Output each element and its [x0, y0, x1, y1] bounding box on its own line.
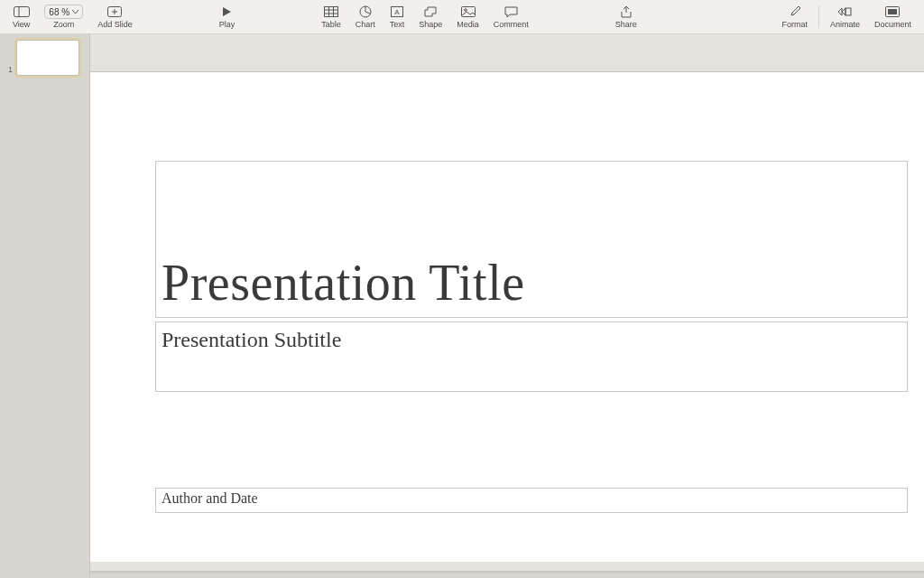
- canvas-bottom-band: [90, 562, 924, 571]
- plus-icon: [107, 5, 122, 19]
- workspace: 1 Presentation Title Presentation Subtit…: [0, 34, 924, 578]
- slide-navigator[interactable]: 1: [0, 34, 90, 578]
- svg-rect-15: [845, 8, 851, 15]
- table-icon: [324, 5, 338, 19]
- text-icon: A: [391, 5, 403, 19]
- chart-button[interactable]: Chart: [348, 0, 383, 33]
- add-slide-button[interactable]: Add Slide: [90, 0, 140, 33]
- toolbar: View 68 % Zoom Add Slide Play: [0, 0, 924, 34]
- chart-label: Chart: [356, 21, 375, 29]
- svg-rect-0: [14, 7, 29, 17]
- shape-icon: [424, 5, 437, 19]
- play-icon: [221, 5, 232, 19]
- zoom-control[interactable]: 68 % Zoom: [37, 0, 90, 33]
- title-placeholder[interactable]: Presentation Title: [155, 161, 908, 318]
- chart-icon: [359, 5, 372, 19]
- document-button[interactable]: Document: [867, 0, 919, 33]
- share-label: Share: [615, 21, 637, 29]
- animate-button[interactable]: Animate: [823, 0, 867, 33]
- format-button[interactable]: Format: [774, 0, 815, 33]
- canvas-top-band: [90, 34, 924, 72]
- add-slide-label: Add Slide: [97, 21, 133, 29]
- toolbar-divider: [818, 5, 819, 28]
- zoom-label: Zoom: [53, 21, 74, 29]
- table-label: Table: [321, 21, 341, 29]
- media-icon: [461, 5, 476, 19]
- slide-canvas[interactable]: Presentation Title Presentation Subtitle…: [90, 72, 924, 571]
- animate-icon: [837, 5, 852, 19]
- animate-label: Animate: [830, 21, 860, 29]
- table-button[interactable]: Table: [314, 0, 348, 33]
- share-button[interactable]: Share: [608, 0, 644, 33]
- zoom-value-box[interactable]: 68 %: [44, 5, 83, 19]
- text-label: Text: [390, 21, 405, 29]
- slide-thumbnail-1[interactable]: [16, 40, 79, 76]
- play-button[interactable]: Play: [212, 0, 243, 33]
- slide-number: 1: [5, 65, 13, 76]
- paintbrush-icon: [789, 5, 801, 19]
- share-icon: [620, 5, 633, 19]
- svg-text:A: A: [394, 8, 400, 16]
- canvas-area: Presentation Title Presentation Subtitle…: [90, 34, 924, 578]
- svg-rect-13: [461, 7, 475, 17]
- title-text[interactable]: Presentation Title: [162, 254, 525, 312]
- media-label: Media: [457, 21, 479, 29]
- svg-rect-5: [324, 7, 337, 17]
- svg-rect-17: [888, 9, 897, 14]
- media-button[interactable]: Media: [449, 0, 486, 33]
- author-text[interactable]: Author and Date: [162, 490, 901, 507]
- comment-button[interactable]: Comment: [486, 0, 536, 33]
- author-placeholder[interactable]: Author and Date: [155, 488, 908, 513]
- comment-icon: [504, 5, 518, 19]
- subtitle-text[interactable]: Presentation Subtitle: [162, 328, 901, 352]
- svg-point-14: [464, 9, 467, 12]
- zoom-value: 68 %: [49, 7, 69, 17]
- slide-thumbnail-row[interactable]: 1: [5, 40, 84, 76]
- text-button[interactable]: A Text: [383, 0, 412, 33]
- shape-button[interactable]: Shape: [411, 0, 449, 33]
- document-label: Document: [874, 21, 911, 29]
- view-button[interactable]: View: [5, 0, 37, 33]
- shape-label: Shape: [419, 21, 442, 29]
- view-label: View: [13, 21, 30, 29]
- comment-label: Comment: [494, 21, 529, 29]
- format-label: Format: [781, 21, 808, 29]
- subtitle-placeholder[interactable]: Presentation Subtitle: [155, 322, 908, 392]
- chevron-down-icon: [72, 10, 79, 14]
- document-icon: [885, 5, 900, 19]
- view-icon: [14, 5, 30, 19]
- play-label: Play: [219, 21, 236, 29]
